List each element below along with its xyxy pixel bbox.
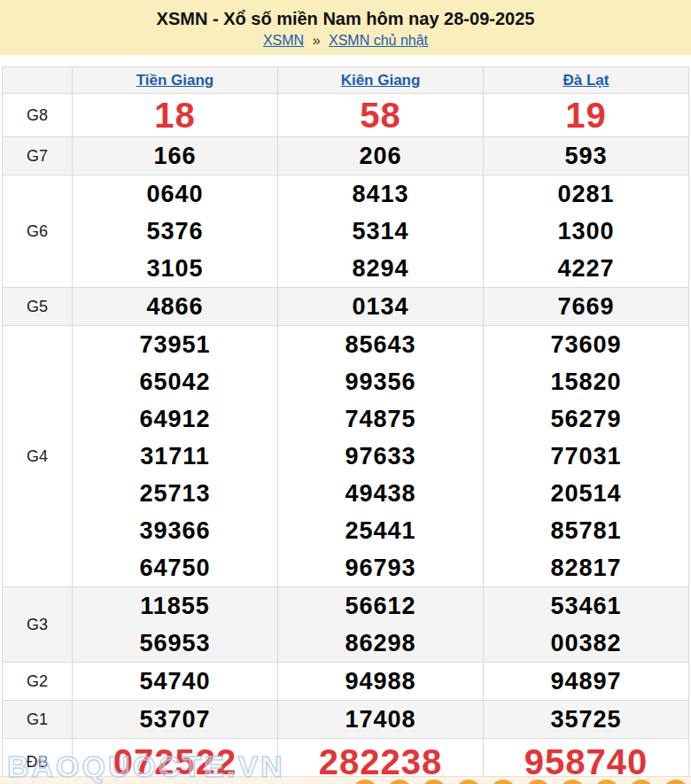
- column-header: Đà Lạt: [484, 67, 689, 94]
- result-cell: 4866: [73, 288, 278, 326]
- result-number: 82817: [484, 549, 688, 586]
- result-cell: 85643993567487597633494382544196793: [278, 326, 484, 587]
- result-number: 0640: [73, 175, 277, 213]
- result-number: 20514: [484, 475, 688, 512]
- result-cell: 19: [484, 94, 689, 137]
- lotto-ball-icon: [456, 780, 481, 784]
- result-number: 99356: [278, 363, 483, 400]
- result-cell: 18: [73, 94, 278, 137]
- result-number: 94897: [484, 663, 688, 700]
- result-number: 19: [484, 94, 688, 136]
- result-number: 11855: [73, 587, 277, 625]
- prize-label: G8: [3, 94, 73, 137]
- result-cell: 5661286298: [278, 587, 484, 663]
- result-number: 58: [278, 94, 483, 136]
- breadcrumb: XSMN » XSMN chủ nhật: [0, 32, 691, 50]
- page-header: XSMN - Xổ số miền Nam hôm nay 28-09-2025…: [0, 0, 691, 55]
- result-number: 1300: [484, 213, 688, 250]
- result-number: 31711: [73, 438, 277, 475]
- result-number: 49438: [278, 475, 483, 512]
- prize-row-g8: G8185819: [3, 94, 689, 137]
- result-number: 94988: [278, 663, 483, 700]
- result-number: 25713: [73, 475, 277, 512]
- result-cell: 35725: [484, 701, 689, 739]
- breadcrumb-link-xsmn[interactable]: XSMN: [263, 33, 304, 48]
- result-cell: 0134: [278, 288, 484, 326]
- result-number: 64912: [73, 400, 277, 438]
- result-number: 166: [73, 137, 277, 175]
- prize-row-g7: G7166206593: [3, 137, 689, 175]
- result-cell: 1185556953: [73, 587, 278, 663]
- result-number: 96793: [278, 549, 483, 586]
- result-number: 7669: [484, 288, 688, 325]
- province-link[interactable]: Đà Lạt: [563, 72, 609, 89]
- lotto-ball-icon: [664, 780, 688, 784]
- result-number: 53707: [73, 701, 277, 738]
- result-cell: 5346100382: [484, 587, 689, 663]
- prize-label: G3: [3, 587, 73, 663]
- result-cell: 73951650426491231711257133936664750: [73, 326, 278, 587]
- result-number: 593: [484, 137, 688, 175]
- result-number: 77031: [484, 438, 688, 475]
- result-number: 56279: [484, 400, 688, 438]
- prize-row-g2: G2547409498894897: [3, 663, 689, 701]
- column-header: Tiền Giang: [73, 67, 278, 94]
- breadcrumb-link-xsmn-chu-nhat[interactable]: XSMN chủ nhật: [329, 33, 428, 48]
- result-number: 0134: [278, 288, 483, 325]
- result-cell: 94897: [484, 663, 689, 701]
- page-title: XSMN - Xổ số miền Nam hôm nay 28-09-2025: [0, 8, 691, 29]
- result-number: 00382: [484, 625, 688, 662]
- result-number: 8413: [278, 175, 483, 213]
- prize-row-g4: G473951650426491231711257133936664750856…: [3, 326, 689, 587]
- result-cell: 028113004227: [484, 175, 689, 288]
- lotto-ball-icon: [353, 780, 377, 784]
- result-cell: 064053763105: [73, 175, 278, 288]
- result-number: 97633: [278, 438, 483, 475]
- result-number: 17408: [278, 701, 483, 738]
- result-number: 65042: [73, 363, 277, 400]
- result-cell: 53707: [73, 701, 278, 739]
- result-cell: 166: [73, 137, 278, 175]
- result-cell: 58: [278, 94, 484, 137]
- result-number: 39366: [73, 512, 277, 549]
- result-number: 5314: [278, 213, 483, 250]
- prize-row-g1: G1537071740835725: [3, 701, 689, 739]
- result-number: 35725: [484, 701, 688, 738]
- result-number: 206: [278, 137, 483, 175]
- result-number: 5376: [73, 213, 277, 250]
- result-number: 73951: [73, 326, 277, 363]
- result-number: 15820: [484, 363, 688, 400]
- result-number: 54740: [73, 663, 277, 700]
- result-cell: 73609158205627977031205148578182817: [484, 326, 689, 587]
- prize-row-g3: G3118555695356612862985346100382: [3, 587, 689, 663]
- result-number: 4227: [484, 250, 688, 287]
- lotto-ball-icon: [491, 780, 516, 784]
- prize-row-g5: G5486601347669: [3, 288, 689, 326]
- result-cell: 206: [278, 137, 484, 175]
- result-cell: 7669: [484, 288, 689, 326]
- lotto-ball-icon: [560, 780, 585, 784]
- prize-row-g6: G6064053763105841353148294028113004227: [3, 175, 689, 288]
- province-link[interactable]: Kiên Giang: [341, 72, 421, 89]
- result-number: 25441: [278, 512, 483, 549]
- result-cell: 54740: [73, 663, 278, 701]
- next-section-strip: [0, 776, 691, 784]
- result-cell: 17408: [278, 701, 484, 739]
- result-number: 8294: [278, 250, 483, 287]
- result-number: 3105: [73, 250, 277, 287]
- result-number: 53461: [484, 587, 688, 625]
- result-number: 86298: [278, 625, 483, 662]
- lotto-ball-icon: [629, 780, 654, 784]
- prize-label: G4: [3, 326, 73, 587]
- result-number: 4866: [73, 288, 277, 325]
- results-table-body: G8185819G7166206593G60640537631058413531…: [3, 94, 689, 784]
- result-number: 64750: [73, 549, 277, 586]
- province-link[interactable]: Tiền Giang: [136, 72, 214, 89]
- lotto-ball-icon: [525, 780, 550, 784]
- result-number: 18: [73, 94, 277, 136]
- result-number: 74875: [278, 400, 483, 438]
- prize-label: G6: [3, 175, 73, 288]
- prize-label: G1: [3, 701, 73, 739]
- result-number: 0281: [484, 175, 688, 213]
- lotto-ball-icon: [422, 780, 446, 784]
